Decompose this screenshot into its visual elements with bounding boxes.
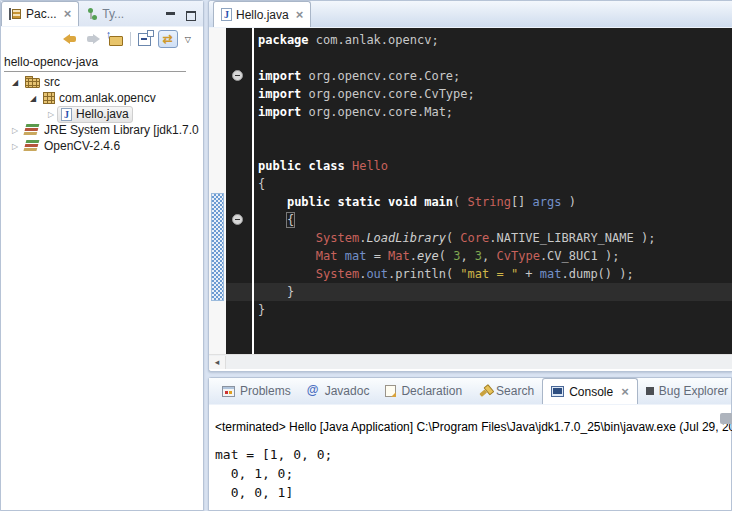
editor-panel: Hello.java × package com.anlak.opencv;im… [208, 0, 732, 372]
code-line: import org.opencv.core.CvType; [258, 85, 732, 103]
tree-item-label: src [44, 75, 60, 89]
toolbar-separator [130, 32, 131, 46]
problems-icon [222, 386, 235, 397]
range-indicator [211, 193, 224, 301]
code-line: System.LoadLibrary( Core.NATIVE_LIBRARY_… [258, 229, 732, 247]
code-line [258, 121, 732, 139]
declaration-icon [385, 385, 396, 397]
code-line: import org.opencv.core.Mat; [258, 103, 732, 121]
tab-label: Pac... [26, 7, 57, 21]
javadoc-icon [307, 385, 320, 398]
tree-item-selection: OpenCV-2.4.6 [21, 138, 124, 155]
tree-item-opencv-2-4-6[interactable]: ▷OpenCV-2.4.6 [1, 138, 203, 154]
close-icon[interactable]: × [64, 9, 72, 19]
console-view: <terminated> Hello [Java Application] C:… [209, 405, 731, 502]
tab-bug-explorer[interactable]: Bug Explorer [638, 378, 731, 404]
tree-item-jre-system-library-jdk1-7-0[interactable]: ▷JRE System Library [jdk1.7.0 [1, 122, 203, 138]
library-icon [25, 124, 40, 136]
tree-item-hello-java[interactable]: ▷Hello.java [1, 106, 203, 122]
editor-area: package com.anlak.opencv;import org.open… [209, 28, 732, 354]
code-editor[interactable]: package com.anlak.opencv;import org.open… [226, 28, 732, 354]
code-line: public static void main( String[] args ) [258, 193, 732, 211]
console-output[interactable]: mat = [1, 0, 0; 0, 1, 0; 0, 0, 1] [215, 445, 731, 502]
console-output-line: 0, 1, 0; [215, 464, 731, 483]
tree-item-com-anlak-opencv[interactable]: ◢com.anlak.opencv [1, 90, 203, 106]
tree-item-selection: JRE System Library [jdk1.7.0 [21, 122, 203, 139]
tree-item-label: JRE System Library [jdk1.7.0 [44, 123, 199, 137]
tree-item-selection: src [21, 74, 64, 91]
view-window-buttons [165, 1, 203, 26]
project-name[interactable]: hello-opencv-java [4, 55, 186, 72]
java-file-icon [221, 8, 232, 21]
gutter-separator [252, 28, 254, 354]
collapse-arrow-icon[interactable]: ◢ [9, 78, 21, 87]
tab-package-explorer[interactable]: Pac... × [1, 1, 79, 26]
maximize-button[interactable] [185, 9, 196, 19]
tree-item-label: OpenCV-2.4.6 [44, 139, 120, 153]
code-line [258, 139, 732, 157]
library-icon [25, 140, 40, 152]
fold-collapse-icon[interactable] [232, 70, 243, 81]
minimize-icon [165, 11, 176, 21]
tab-label: Console [569, 385, 613, 399]
tree-item-label: Hello.java [76, 107, 129, 121]
package-explorer-panel: Pac... × Ty... ⇄ ▽ hello-opencv-java ◢sr… [0, 0, 204, 511]
console-output-line: mat = [1, 0, 0; [215, 445, 731, 464]
code-area[interactable]: package com.anlak.opencv;import org.open… [254, 28, 732, 354]
collapse-all-button[interactable] [138, 33, 151, 46]
editor-tabstrip: Hello.java × [209, 1, 732, 28]
expand-arrow-icon[interactable]: ▷ [9, 142, 21, 151]
view-menu-icon[interactable]: ▽ [185, 35, 191, 44]
tab-declaration[interactable]: Declaration [377, 378, 470, 404]
code-line: } [258, 301, 732, 319]
console-icon [551, 386, 564, 397]
tree-item-src[interactable]: ◢src [1, 74, 203, 90]
package-icon [43, 92, 55, 104]
maximize-icon [185, 11, 196, 21]
editor-horizontal-scrollbar[interactable]: ◂ [209, 354, 732, 369]
project-tree: hello-opencv-java ◢src◢com.anlak.opencv▷… [1, 51, 203, 154]
code-line: { [258, 211, 732, 229]
tab-label: Bug Explorer [659, 384, 728, 398]
type-hierarchy-icon [86, 8, 98, 20]
go-up-button[interactable] [108, 33, 123, 46]
explorer-toolbar: ⇄ ▽ [1, 27, 203, 51]
tab-javadoc[interactable]: Javadoc [299, 378, 378, 404]
code-line: System.out.println( "mat = " + mat.dump(… [258, 265, 732, 283]
tab-type-hierarchy[interactable]: Ty... [79, 1, 131, 26]
close-icon[interactable]: × [296, 10, 304, 20]
tab-console[interactable]: Console× [542, 378, 638, 404]
tab-problems[interactable]: Problems [214, 378, 299, 404]
bottom-tabstrip: ProblemsJavadocDeclarationSearchConsole×… [209, 378, 731, 405]
fold-collapse-icon[interactable] [232, 214, 243, 225]
search-icon [475, 382, 493, 400]
back-button[interactable] [62, 33, 78, 45]
tab-search[interactable]: Search [470, 378, 542, 404]
console-toolbar-icon[interactable] [720, 413, 732, 424]
scroll-left-icon[interactable]: ◂ [209, 356, 226, 369]
editor-tab-label: Hello.java [236, 8, 289, 22]
bug-icon [646, 387, 654, 395]
package-explorer-icon [9, 8, 22, 20]
code-line: Mat mat = Mat.eye( 3, 3, CvType.CV_8UC1 … [258, 247, 732, 265]
expand-arrow-icon[interactable]: ▷ [9, 126, 21, 135]
tree-item-selection: Hello.java [57, 106, 133, 123]
tab-label: Javadoc [325, 384, 370, 398]
code-line: { [258, 175, 732, 193]
console-output-line: 0, 0, 1] [215, 483, 731, 502]
editor-left-ruler [209, 28, 226, 354]
forward-button[interactable] [85, 33, 101, 45]
tab-label: Ty... [102, 7, 124, 21]
code-line: public class Hello [258, 157, 732, 175]
expand-arrow-icon[interactable]: ▷ [45, 110, 57, 119]
fold-gutter [226, 28, 252, 354]
link-with-editor-icon: ⇄ [163, 32, 173, 46]
collapse-arrow-icon[interactable]: ◢ [27, 94, 39, 103]
minimize-button[interactable] [165, 9, 176, 19]
close-icon[interactable]: × [621, 387, 629, 397]
code-line: } [258, 283, 732, 301]
tab-label: Search [496, 384, 534, 398]
tab-hello-java[interactable]: Hello.java × [213, 1, 311, 27]
link-with-editor-button[interactable]: ⇄ [158, 30, 178, 48]
code-line [258, 49, 732, 67]
